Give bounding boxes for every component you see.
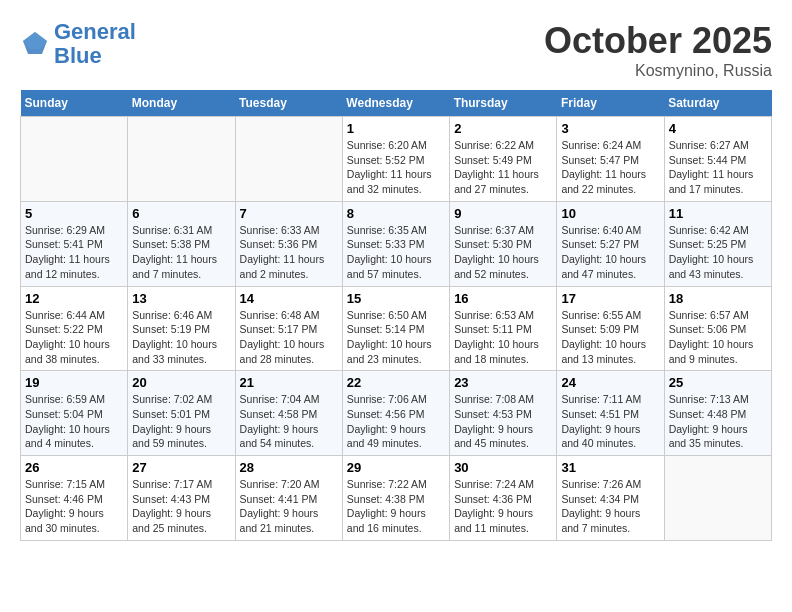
week-row-4: 19Sunrise: 6:59 AM Sunset: 5:04 PM Dayli… [21, 371, 772, 456]
day-number: 17 [561, 291, 659, 306]
empty-cell [235, 117, 342, 202]
day-cell-8: 8Sunrise: 6:35 AM Sunset: 5:33 PM Daylig… [342, 201, 449, 286]
day-number: 8 [347, 206, 445, 221]
day-cell-6: 6Sunrise: 6:31 AM Sunset: 5:38 PM Daylig… [128, 201, 235, 286]
day-info: Sunrise: 6:29 AM Sunset: 5:41 PM Dayligh… [25, 223, 123, 282]
day-info: Sunrise: 6:40 AM Sunset: 5:27 PM Dayligh… [561, 223, 659, 282]
day-number: 24 [561, 375, 659, 390]
day-number: 20 [132, 375, 230, 390]
day-number: 27 [132, 460, 230, 475]
day-info: Sunrise: 7:13 AM Sunset: 4:48 PM Dayligh… [669, 392, 767, 451]
day-number: 12 [25, 291, 123, 306]
weekday-header-sunday: Sunday [21, 90, 128, 117]
day-number: 25 [669, 375, 767, 390]
day-cell-12: 12Sunrise: 6:44 AM Sunset: 5:22 PM Dayli… [21, 286, 128, 371]
day-number: 1 [347, 121, 445, 136]
day-cell-3: 3Sunrise: 6:24 AM Sunset: 5:47 PM Daylig… [557, 117, 664, 202]
day-info: Sunrise: 7:17 AM Sunset: 4:43 PM Dayligh… [132, 477, 230, 536]
day-info: Sunrise: 6:48 AM Sunset: 5:17 PM Dayligh… [240, 308, 338, 367]
day-number: 9 [454, 206, 552, 221]
day-cell-31: 31Sunrise: 7:26 AM Sunset: 4:34 PM Dayli… [557, 456, 664, 541]
day-cell-14: 14Sunrise: 6:48 AM Sunset: 5:17 PM Dayli… [235, 286, 342, 371]
day-cell-18: 18Sunrise: 6:57 AM Sunset: 5:06 PM Dayli… [664, 286, 771, 371]
day-cell-19: 19Sunrise: 6:59 AM Sunset: 5:04 PM Dayli… [21, 371, 128, 456]
day-cell-27: 27Sunrise: 7:17 AM Sunset: 4:43 PM Dayli… [128, 456, 235, 541]
day-cell-21: 21Sunrise: 7:04 AM Sunset: 4:58 PM Dayli… [235, 371, 342, 456]
day-number: 3 [561, 121, 659, 136]
day-info: Sunrise: 6:44 AM Sunset: 5:22 PM Dayligh… [25, 308, 123, 367]
day-cell-2: 2Sunrise: 6:22 AM Sunset: 5:49 PM Daylig… [450, 117, 557, 202]
day-number: 11 [669, 206, 767, 221]
day-cell-26: 26Sunrise: 7:15 AM Sunset: 4:46 PM Dayli… [21, 456, 128, 541]
day-cell-5: 5Sunrise: 6:29 AM Sunset: 5:41 PM Daylig… [21, 201, 128, 286]
calendar-table: SundayMondayTuesdayWednesdayThursdayFrid… [20, 90, 772, 541]
day-number: 18 [669, 291, 767, 306]
day-info: Sunrise: 7:26 AM Sunset: 4:34 PM Dayligh… [561, 477, 659, 536]
day-cell-9: 9Sunrise: 6:37 AM Sunset: 5:30 PM Daylig… [450, 201, 557, 286]
day-cell-16: 16Sunrise: 6:53 AM Sunset: 5:11 PM Dayli… [450, 286, 557, 371]
logo-text: General Blue [54, 20, 136, 68]
logo-icon [20, 29, 50, 59]
day-info: Sunrise: 6:57 AM Sunset: 5:06 PM Dayligh… [669, 308, 767, 367]
week-row-3: 12Sunrise: 6:44 AM Sunset: 5:22 PM Dayli… [21, 286, 772, 371]
logo: General Blue [20, 20, 136, 68]
day-info: Sunrise: 6:50 AM Sunset: 5:14 PM Dayligh… [347, 308, 445, 367]
day-number: 31 [561, 460, 659, 475]
empty-cell [664, 456, 771, 541]
day-cell-4: 4Sunrise: 6:27 AM Sunset: 5:44 PM Daylig… [664, 117, 771, 202]
weekday-header-thursday: Thursday [450, 90, 557, 117]
day-info: Sunrise: 7:15 AM Sunset: 4:46 PM Dayligh… [25, 477, 123, 536]
day-cell-25: 25Sunrise: 7:13 AM Sunset: 4:48 PM Dayli… [664, 371, 771, 456]
day-cell-17: 17Sunrise: 6:55 AM Sunset: 5:09 PM Dayli… [557, 286, 664, 371]
empty-cell [21, 117, 128, 202]
title-block: October 2025 Kosmynino, Russia [544, 20, 772, 80]
day-cell-20: 20Sunrise: 7:02 AM Sunset: 5:01 PM Dayli… [128, 371, 235, 456]
day-cell-1: 1Sunrise: 6:20 AM Sunset: 5:52 PM Daylig… [342, 117, 449, 202]
day-info: Sunrise: 7:04 AM Sunset: 4:58 PM Dayligh… [240, 392, 338, 451]
day-info: Sunrise: 6:46 AM Sunset: 5:19 PM Dayligh… [132, 308, 230, 367]
day-info: Sunrise: 6:37 AM Sunset: 5:30 PM Dayligh… [454, 223, 552, 282]
day-number: 30 [454, 460, 552, 475]
day-number: 13 [132, 291, 230, 306]
day-number: 26 [25, 460, 123, 475]
day-info: Sunrise: 6:20 AM Sunset: 5:52 PM Dayligh… [347, 138, 445, 197]
day-info: Sunrise: 7:06 AM Sunset: 4:56 PM Dayligh… [347, 392, 445, 451]
day-cell-15: 15Sunrise: 6:50 AM Sunset: 5:14 PM Dayli… [342, 286, 449, 371]
day-info: Sunrise: 6:35 AM Sunset: 5:33 PM Dayligh… [347, 223, 445, 282]
day-cell-11: 11Sunrise: 6:42 AM Sunset: 5:25 PM Dayli… [664, 201, 771, 286]
day-info: Sunrise: 7:02 AM Sunset: 5:01 PM Dayligh… [132, 392, 230, 451]
day-cell-10: 10Sunrise: 6:40 AM Sunset: 5:27 PM Dayli… [557, 201, 664, 286]
day-info: Sunrise: 6:27 AM Sunset: 5:44 PM Dayligh… [669, 138, 767, 197]
day-number: 16 [454, 291, 552, 306]
day-cell-22: 22Sunrise: 7:06 AM Sunset: 4:56 PM Dayli… [342, 371, 449, 456]
empty-cell [128, 117, 235, 202]
day-info: Sunrise: 6:24 AM Sunset: 5:47 PM Dayligh… [561, 138, 659, 197]
day-info: Sunrise: 6:53 AM Sunset: 5:11 PM Dayligh… [454, 308, 552, 367]
day-info: Sunrise: 6:42 AM Sunset: 5:25 PM Dayligh… [669, 223, 767, 282]
day-info: Sunrise: 6:59 AM Sunset: 5:04 PM Dayligh… [25, 392, 123, 451]
day-number: 21 [240, 375, 338, 390]
day-info: Sunrise: 7:20 AM Sunset: 4:41 PM Dayligh… [240, 477, 338, 536]
day-cell-29: 29Sunrise: 7:22 AM Sunset: 4:38 PM Dayli… [342, 456, 449, 541]
day-info: Sunrise: 7:22 AM Sunset: 4:38 PM Dayligh… [347, 477, 445, 536]
weekday-header-tuesday: Tuesday [235, 90, 342, 117]
page-header: General Blue October 2025 Kosmynino, Rus… [20, 20, 772, 80]
day-info: Sunrise: 7:11 AM Sunset: 4:51 PM Dayligh… [561, 392, 659, 451]
day-info: Sunrise: 7:08 AM Sunset: 4:53 PM Dayligh… [454, 392, 552, 451]
weekday-header-wednesday: Wednesday [342, 90, 449, 117]
day-number: 7 [240, 206, 338, 221]
weekday-header-friday: Friday [557, 90, 664, 117]
day-info: Sunrise: 6:31 AM Sunset: 5:38 PM Dayligh… [132, 223, 230, 282]
day-info: Sunrise: 6:22 AM Sunset: 5:49 PM Dayligh… [454, 138, 552, 197]
day-cell-24: 24Sunrise: 7:11 AM Sunset: 4:51 PM Dayli… [557, 371, 664, 456]
weekday-header-saturday: Saturday [664, 90, 771, 117]
day-number: 23 [454, 375, 552, 390]
day-number: 29 [347, 460, 445, 475]
day-cell-23: 23Sunrise: 7:08 AM Sunset: 4:53 PM Dayli… [450, 371, 557, 456]
day-number: 15 [347, 291, 445, 306]
day-number: 5 [25, 206, 123, 221]
weekday-header-monday: Monday [128, 90, 235, 117]
location: Kosmynino, Russia [544, 62, 772, 80]
day-cell-7: 7Sunrise: 6:33 AM Sunset: 5:36 PM Daylig… [235, 201, 342, 286]
day-number: 10 [561, 206, 659, 221]
